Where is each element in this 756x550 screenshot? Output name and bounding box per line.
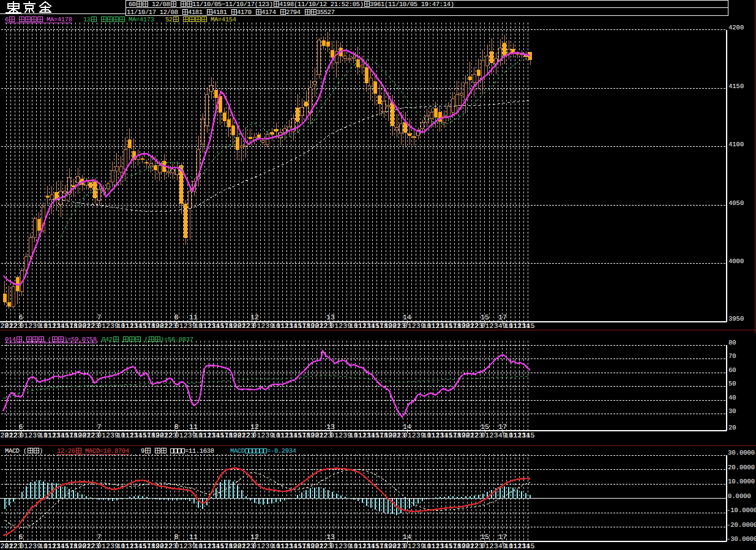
svg-text:13: 13 (83, 17, 91, 24)
svg-text:0: 0 (175, 543, 179, 550)
svg-text:0: 0 (481, 543, 485, 550)
svg-text:0: 0 (20, 322, 24, 330)
svg-text:1: 1 (485, 322, 490, 330)
svg-text:14: 14 (403, 314, 411, 322)
svg-text:2: 2 (490, 432, 494, 440)
svg-text:2: 2 (339, 432, 343, 440)
svg-text:2: 2 (490, 543, 494, 550)
svg-text:80: 80 (728, 340, 736, 347)
svg-text:3: 3 (110, 322, 114, 330)
svg-text:6: 6 (19, 314, 23, 322)
svg-text:1: 1 (334, 543, 339, 550)
svg-text:7: 7 (97, 533, 102, 541)
svg-text:7: 7 (97, 314, 102, 322)
svg-text:0: 0 (403, 543, 408, 550)
svg-text:14: 14 (403, 533, 411, 541)
svg-text:=-0.2934: =-0.2934 (267, 448, 296, 455)
svg-text:1: 1 (334, 322, 339, 330)
svg-text:)=56.0837: )=56.0837 (160, 336, 193, 344)
svg-text:17: 17 (498, 314, 507, 322)
svg-text:MA=4173: MA=4173 (125, 17, 154, 24)
svg-text:4198(11/10/12 21:52:05): 4198(11/10/12 21:52:05) (279, 1, 364, 9)
svg-text:50: 50 (728, 381, 736, 388)
svg-text:12/08: 12/08 (148, 1, 170, 9)
svg-text:40: 40 (728, 395, 736, 402)
svg-text:7: 7 (97, 423, 102, 431)
svg-text:4050: 4050 (728, 200, 744, 207)
svg-text:0: 0 (252, 322, 256, 330)
svg-text:60: 60 (728, 367, 736, 374)
svg-text:): ) (39, 448, 43, 455)
svg-text:2: 2 (490, 322, 494, 330)
svg-text:0: 0 (481, 432, 485, 440)
svg-text:17: 17 (498, 533, 507, 541)
svg-text:15: 15 (481, 423, 489, 431)
svg-text:2: 2 (261, 322, 265, 330)
svg-text:11: 11 (189, 533, 198, 541)
svg-text:1: 1 (102, 322, 106, 330)
svg-text:0: 0 (20, 543, 24, 550)
svg-text:1: 1 (256, 543, 261, 550)
svg-text:MA=4154: MA=4154 (207, 17, 236, 24)
svg-text:15: 15 (481, 533, 489, 541)
svg-text:1: 1 (485, 432, 490, 440)
svg-text:35527: 35527 (316, 9, 335, 17)
svg-text:4200: 4200 (728, 24, 744, 32)
svg-text:12: 12 (250, 533, 259, 541)
svg-text:0: 0 (97, 432, 102, 440)
svg-text:MACD: MACD (230, 448, 245, 455)
svg-text:0: 0 (481, 322, 485, 330)
svg-text:2: 2 (184, 432, 188, 440)
svg-text:3: 3 (32, 432, 37, 440)
svg-text:3: 3 (188, 543, 192, 550)
svg-text:0: 0 (175, 322, 179, 330)
svg-text:60: 60 (129, 1, 136, 9)
svg-text:2: 2 (28, 543, 32, 550)
svg-text:13: 13 (326, 423, 335, 431)
svg-text:1: 1 (256, 322, 261, 330)
svg-text:=11.1638: =11.1638 (185, 448, 214, 455)
svg-text:13: 13 (326, 314, 335, 322)
svg-text:2: 2 (106, 543, 110, 550)
svg-text:-20.0000: -20.0000 (727, 522, 756, 529)
svg-text:3: 3 (32, 322, 37, 330)
svg-text:3961(11/10/05 19:47:14): 3961(11/10/05 19:47:14) (370, 1, 454, 9)
svg-text:MACD (: MACD ( (5, 448, 27, 455)
svg-text:17: 17 (498, 423, 507, 431)
svg-text:8: 8 (174, 533, 179, 541)
svg-text:4100: 4100 (728, 141, 744, 149)
svg-text:12: 12 (250, 423, 259, 431)
svg-text:3: 3 (265, 322, 269, 330)
svg-text:1: 1 (408, 543, 412, 550)
svg-text:1: 1 (24, 432, 28, 440)
svg-text:1: 1 (24, 322, 28, 330)
svg-text:3: 3 (416, 322, 421, 330)
svg-text:12: 12 (250, 314, 259, 322)
svg-text:1: 1 (334, 432, 339, 440)
svg-text:1: 1 (256, 432, 261, 440)
svg-text:2: 2 (412, 543, 416, 550)
svg-text:4150: 4150 (728, 83, 744, 91)
svg-text:15: 15 (526, 543, 534, 550)
svg-text:14: 14 (403, 423, 411, 431)
svg-text:0: 0 (330, 432, 334, 440)
svg-text:2: 2 (28, 322, 32, 330)
svg-text:3: 3 (343, 432, 347, 440)
svg-text:3: 3 (110, 432, 114, 440)
svg-text:4181: 4181 (212, 9, 231, 17)
svg-text:3: 3 (32, 543, 37, 550)
svg-text:0: 0 (330, 322, 334, 330)
svg-text:2794: 2794 (286, 9, 304, 17)
svg-text:3950: 3950 (728, 316, 744, 323)
svg-text:0.0000: 0.0000 (728, 493, 751, 500)
svg-text:20: 20 (728, 425, 736, 432)
svg-text:8: 8 (174, 423, 179, 431)
svg-text:15: 15 (526, 432, 534, 440)
svg-text:0: 0 (20, 432, 24, 440)
svg-text:0: 0 (403, 322, 408, 330)
svg-text:(: ( (141, 336, 148, 344)
svg-text:10.0000: 10.0000 (728, 478, 755, 486)
svg-text:6: 6 (19, 533, 23, 541)
svg-text:4: 4 (498, 322, 503, 330)
svg-text:-30.0000: -30.0000 (727, 536, 756, 543)
